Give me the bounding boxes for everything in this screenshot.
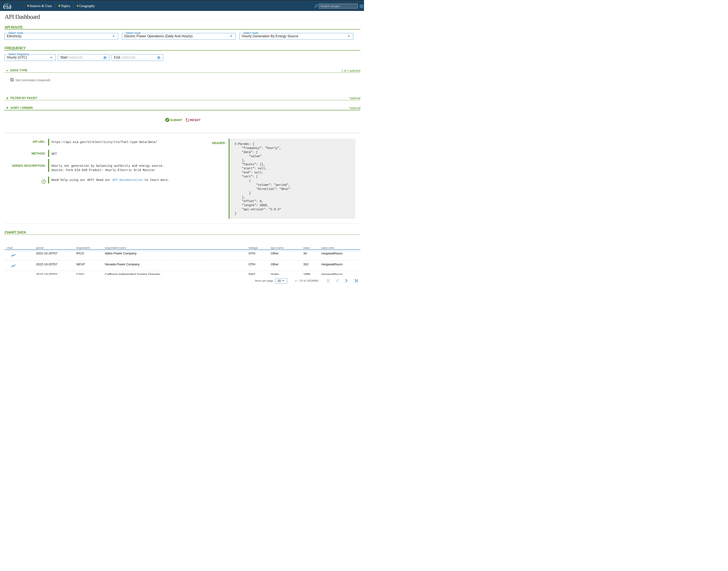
svg-text:?: ? — [43, 180, 44, 183]
